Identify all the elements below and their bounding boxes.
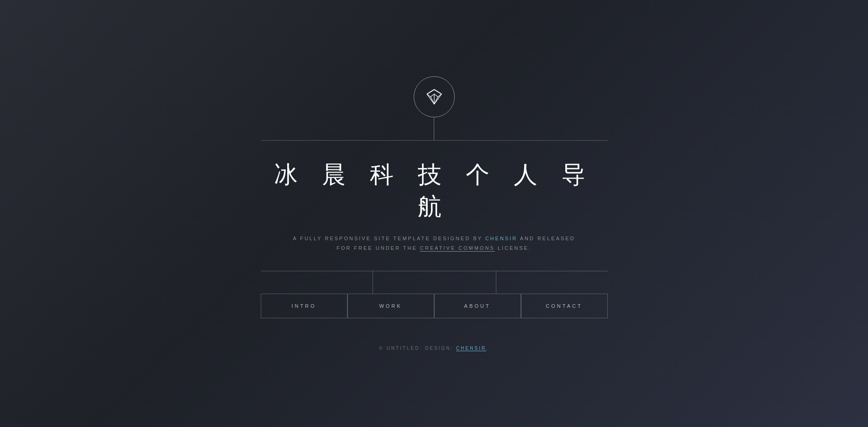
subtitle-line1-post: AND RELEASED: [517, 236, 575, 241]
footer-pre: © UNTITLED. DESIGN:: [379, 346, 456, 351]
page-title: 冰 晨 科 技 个 人 导 航: [261, 159, 608, 223]
subtitle-line2-post: LICENSE.: [495, 245, 531, 251]
top-cross: [261, 271, 608, 294]
divider-nav-wrapper: INTRO WORK ABOUT CONTACT: [261, 271, 608, 318]
creative-commons-link[interactable]: CREATIVE COMMONS: [420, 245, 495, 251]
diamond-icon: [425, 88, 443, 106]
page-subtitle: A FULLY RESPONSIVE SITE TEMPLATE DESIGNE…: [293, 234, 575, 253]
footer: © UNTITLED. DESIGN: CHENSIR.: [379, 346, 489, 351]
vert-line-left: [373, 271, 373, 294]
hr-left: [261, 140, 434, 141]
subtitle-line1-pre: A FULLY RESPONSIVE SITE TEMPLATE DESIGNE…: [293, 236, 485, 241]
svg-line-1: [431, 97, 434, 104]
top-hr: [261, 140, 608, 141]
main-container: 冰 晨 科 技 个 人 导 航 A FULLY RESPONSIVE SITE …: [261, 76, 608, 351]
svg-line-2: [434, 97, 438, 104]
nav-work-button[interactable]: WORK: [347, 294, 434, 318]
nav-intro-button[interactable]: INTRO: [261, 294, 347, 318]
chensir-link-footer[interactable]: CHENSIR: [456, 346, 486, 351]
logo-circle: [414, 76, 455, 117]
subtitle-line2-pre: FOR FREE UNDER THE: [337, 245, 420, 251]
logo-section: [414, 76, 455, 140]
hr-right: [434, 140, 608, 141]
footer-post: .: [486, 346, 489, 351]
chensir-link-1[interactable]: CHENSIR: [485, 236, 518, 241]
nav-about-button[interactable]: ABOUT: [434, 294, 521, 318]
divider-right: [434, 271, 608, 271]
nav-buttons: INTRO WORK ABOUT CONTACT: [261, 294, 608, 318]
vert-line-right: [496, 271, 496, 294]
nav-contact-button[interactable]: CONTACT: [521, 294, 608, 318]
logo-stem: [434, 117, 435, 140]
divider-left: [261, 271, 434, 271]
